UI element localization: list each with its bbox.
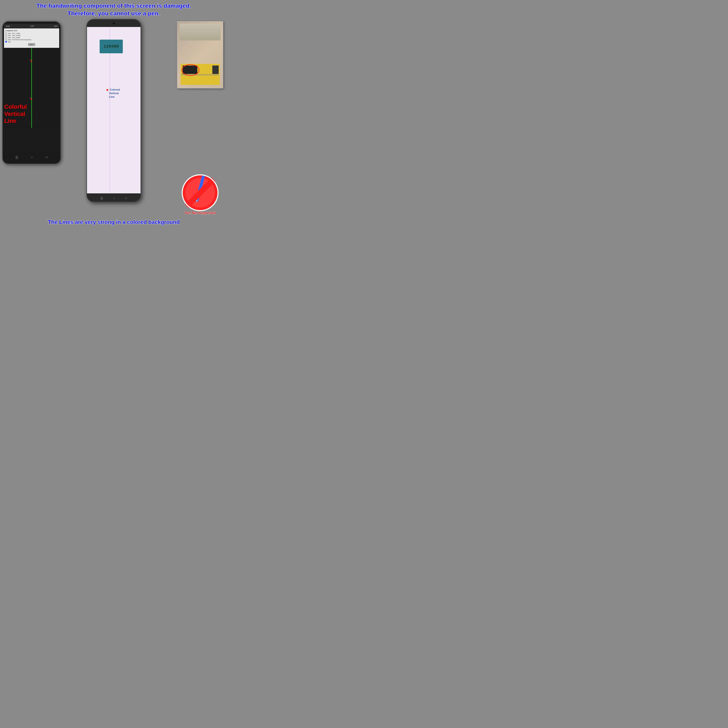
component-visual: [177, 21, 223, 88]
front-camera: [113, 22, 115, 24]
pen-not-supported-svg: [179, 173, 221, 215]
nav-home: ○: [31, 156, 33, 159]
left-phone: 16:53 ⊙ ☰ 32% Loopback Test Start : RCV_…: [2, 21, 61, 164]
warning-line2: Therefore, you cannot use a pen.: [0, 10, 228, 17]
loopback-item-stop: Stop: [5, 41, 58, 43]
radio-ep: [5, 39, 7, 40]
center-phone-screen: 120480 Colored Vertical Line: [87, 27, 141, 193]
left-phone-battery: 32%: [54, 25, 58, 27]
warning-line1: The handwriting component of this screen…: [0, 2, 228, 10]
center-nav-recent: |||: [101, 197, 103, 200]
left-phone-icons: ⊙ ☰: [30, 25, 34, 27]
loopback-item-4: Start : E/P (Please Insert Earphone): [5, 39, 58, 40]
arrow-bottom: ↘: [29, 96, 32, 101]
arrow-top: ↘: [29, 58, 32, 63]
flex-cable: [180, 64, 220, 85]
center-nav-home: ○: [113, 197, 115, 200]
loopback-content: Loopback Test Start : RCV_1stMic Start :…: [4, 28, 59, 48]
loopback-item-1: Start : RCV_1stMic: [5, 32, 58, 34]
loopback-item-3: Start : SPK_3rdMic: [5, 37, 58, 38]
exit-button[interactable]: EXIT: [28, 43, 35, 46]
loopback-title: Loopback Test: [5, 30, 58, 32]
radio-spk3: [5, 37, 7, 38]
pen-not-supported-text: Pen Not Supported: [179, 211, 221, 215]
radio-stop: [5, 41, 7, 43]
radio-spk2: [5, 35, 7, 36]
right-component-image: [177, 21, 223, 89]
nav-recent: |||: [15, 156, 18, 159]
loopback-item-2: Start : SPK_2ndMic: [5, 35, 58, 36]
top-warning: The handwriting component of this screen…: [0, 2, 228, 17]
annotation-arrow: [106, 89, 108, 91]
radio-rcv: [5, 32, 7, 34]
bottom-warning-text: The Lines are very strong in a colored b…: [48, 219, 180, 225]
vertical-label: Vertical: [109, 92, 119, 95]
left-phone-time: 16:53: [6, 25, 10, 27]
sticker-text: 120480: [104, 44, 119, 49]
fingerprint-area: [26, 111, 37, 124]
red-circle: [182, 64, 199, 76]
left-phone-nav: ||| ○ <: [3, 151, 60, 164]
center-phone: 120480 Colored Vertical Line ||| ○ <: [86, 19, 141, 202]
blue-sticker: 120480: [99, 40, 123, 53]
center-phone-top: [87, 20, 141, 27]
bottom-warning: The Lines are very strong in a colored b…: [0, 219, 228, 225]
nav-back: <: [46, 156, 47, 159]
center-phone-nav: ||| ○ <: [87, 193, 141, 202]
chip2: [213, 66, 219, 74]
colorful-vertical-line-label: Colorful Vertical Line: [4, 103, 27, 124]
center-nav-back: <: [125, 197, 127, 200]
left-phone-screen: 16:53 ⊙ ☰ 32% Loopback Test Start : RCV_…: [4, 24, 59, 151]
colored-label: Colored: [110, 88, 120, 91]
line-label: Line: [109, 95, 115, 98]
pcb-top: [179, 24, 221, 40]
left-phone-status-bar: 16:53 ⊙ ☰ 32%: [4, 24, 59, 28]
colored-line-annotation: Colored Vertical Line: [106, 88, 120, 99]
pen-not-supported-badge: Pen Not Supported: [179, 173, 221, 215]
